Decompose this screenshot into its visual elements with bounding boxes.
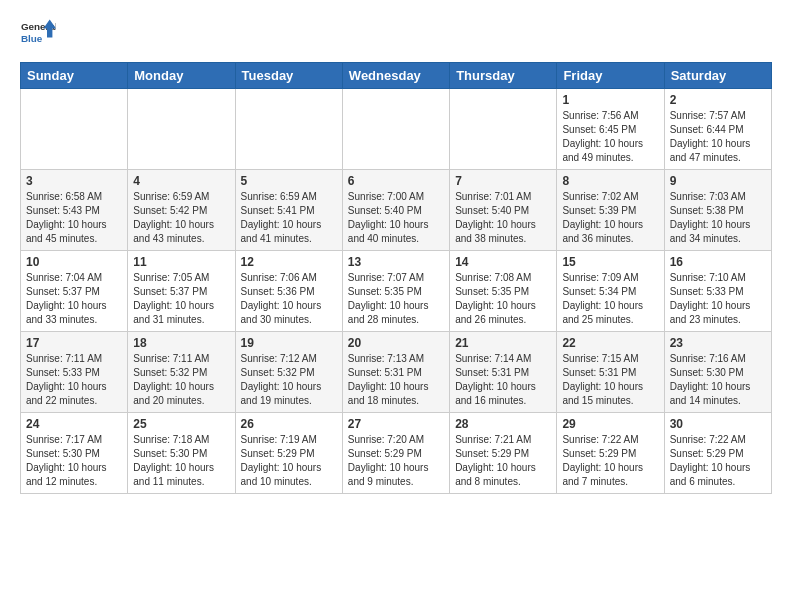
calendar-cell	[128, 89, 235, 170]
day-number: 21	[455, 336, 551, 350]
day-number: 30	[670, 417, 766, 431]
day-number: 29	[562, 417, 658, 431]
calendar-cell: 8Sunrise: 7:02 AM Sunset: 5:39 PM Daylig…	[557, 170, 664, 251]
calendar: SundayMondayTuesdayWednesdayThursdayFrid…	[20, 62, 772, 494]
day-info: Sunrise: 7:22 AM Sunset: 5:29 PM Dayligh…	[670, 433, 766, 489]
day-number: 15	[562, 255, 658, 269]
day-info: Sunrise: 6:59 AM Sunset: 5:42 PM Dayligh…	[133, 190, 229, 246]
day-number: 14	[455, 255, 551, 269]
calendar-cell	[450, 89, 557, 170]
day-info: Sunrise: 7:11 AM Sunset: 5:33 PM Dayligh…	[26, 352, 122, 408]
day-number: 28	[455, 417, 551, 431]
calendar-cell: 5Sunrise: 6:59 AM Sunset: 5:41 PM Daylig…	[235, 170, 342, 251]
day-info: Sunrise: 7:07 AM Sunset: 5:35 PM Dayligh…	[348, 271, 444, 327]
day-info: Sunrise: 7:19 AM Sunset: 5:29 PM Dayligh…	[241, 433, 337, 489]
day-number: 9	[670, 174, 766, 188]
day-number: 25	[133, 417, 229, 431]
weekday-header: Friday	[557, 63, 664, 89]
day-info: Sunrise: 7:06 AM Sunset: 5:36 PM Dayligh…	[241, 271, 337, 327]
calendar-cell: 26Sunrise: 7:19 AM Sunset: 5:29 PM Dayli…	[235, 413, 342, 494]
weekday-header: Wednesday	[342, 63, 449, 89]
day-info: Sunrise: 7:57 AM Sunset: 6:44 PM Dayligh…	[670, 109, 766, 165]
calendar-cell: 14Sunrise: 7:08 AM Sunset: 5:35 PM Dayli…	[450, 251, 557, 332]
day-info: Sunrise: 7:17 AM Sunset: 5:30 PM Dayligh…	[26, 433, 122, 489]
calendar-cell: 24Sunrise: 7:17 AM Sunset: 5:30 PM Dayli…	[21, 413, 128, 494]
page: General Blue SundayMondayTuesdayWednesda…	[0, 0, 792, 510]
day-info: Sunrise: 7:05 AM Sunset: 5:37 PM Dayligh…	[133, 271, 229, 327]
calendar-cell: 20Sunrise: 7:13 AM Sunset: 5:31 PM Dayli…	[342, 332, 449, 413]
calendar-cell: 7Sunrise: 7:01 AM Sunset: 5:40 PM Daylig…	[450, 170, 557, 251]
calendar-cell: 17Sunrise: 7:11 AM Sunset: 5:33 PM Dayli…	[21, 332, 128, 413]
calendar-cell: 13Sunrise: 7:07 AM Sunset: 5:35 PM Dayli…	[342, 251, 449, 332]
weekday-header: Saturday	[664, 63, 771, 89]
calendar-cell: 25Sunrise: 7:18 AM Sunset: 5:30 PM Dayli…	[128, 413, 235, 494]
day-info: Sunrise: 7:02 AM Sunset: 5:39 PM Dayligh…	[562, 190, 658, 246]
day-info: Sunrise: 7:01 AM Sunset: 5:40 PM Dayligh…	[455, 190, 551, 246]
day-info: Sunrise: 7:09 AM Sunset: 5:34 PM Dayligh…	[562, 271, 658, 327]
calendar-cell: 23Sunrise: 7:16 AM Sunset: 5:30 PM Dayli…	[664, 332, 771, 413]
logo: General Blue	[20, 16, 56, 52]
day-info: Sunrise: 6:59 AM Sunset: 5:41 PM Dayligh…	[241, 190, 337, 246]
day-info: Sunrise: 7:04 AM Sunset: 5:37 PM Dayligh…	[26, 271, 122, 327]
day-info: Sunrise: 7:12 AM Sunset: 5:32 PM Dayligh…	[241, 352, 337, 408]
day-number: 27	[348, 417, 444, 431]
weekday-header: Sunday	[21, 63, 128, 89]
calendar-cell: 19Sunrise: 7:12 AM Sunset: 5:32 PM Dayli…	[235, 332, 342, 413]
calendar-week-row: 24Sunrise: 7:17 AM Sunset: 5:30 PM Dayli…	[21, 413, 772, 494]
calendar-week-row: 10Sunrise: 7:04 AM Sunset: 5:37 PM Dayli…	[21, 251, 772, 332]
day-number: 19	[241, 336, 337, 350]
day-info: Sunrise: 6:58 AM Sunset: 5:43 PM Dayligh…	[26, 190, 122, 246]
day-info: Sunrise: 7:15 AM Sunset: 5:31 PM Dayligh…	[562, 352, 658, 408]
calendar-cell: 4Sunrise: 6:59 AM Sunset: 5:42 PM Daylig…	[128, 170, 235, 251]
day-info: Sunrise: 7:21 AM Sunset: 5:29 PM Dayligh…	[455, 433, 551, 489]
day-number: 23	[670, 336, 766, 350]
day-number: 3	[26, 174, 122, 188]
weekday-header: Monday	[128, 63, 235, 89]
calendar-cell	[21, 89, 128, 170]
day-number: 4	[133, 174, 229, 188]
day-number: 24	[26, 417, 122, 431]
weekday-header: Tuesday	[235, 63, 342, 89]
weekday-header: Thursday	[450, 63, 557, 89]
calendar-cell: 1Sunrise: 7:56 AM Sunset: 6:45 PM Daylig…	[557, 89, 664, 170]
calendar-cell	[235, 89, 342, 170]
calendar-cell: 29Sunrise: 7:22 AM Sunset: 5:29 PM Dayli…	[557, 413, 664, 494]
day-info: Sunrise: 7:16 AM Sunset: 5:30 PM Dayligh…	[670, 352, 766, 408]
calendar-cell: 18Sunrise: 7:11 AM Sunset: 5:32 PM Dayli…	[128, 332, 235, 413]
day-info: Sunrise: 7:08 AM Sunset: 5:35 PM Dayligh…	[455, 271, 551, 327]
calendar-week-row: 17Sunrise: 7:11 AM Sunset: 5:33 PM Dayli…	[21, 332, 772, 413]
svg-text:Blue: Blue	[21, 33, 43, 44]
day-info: Sunrise: 7:20 AM Sunset: 5:29 PM Dayligh…	[348, 433, 444, 489]
day-info: Sunrise: 7:13 AM Sunset: 5:31 PM Dayligh…	[348, 352, 444, 408]
day-info: Sunrise: 7:00 AM Sunset: 5:40 PM Dayligh…	[348, 190, 444, 246]
logo-icon: General Blue	[20, 16, 56, 52]
day-number: 11	[133, 255, 229, 269]
day-number: 22	[562, 336, 658, 350]
calendar-cell: 9Sunrise: 7:03 AM Sunset: 5:38 PM Daylig…	[664, 170, 771, 251]
calendar-cell: 3Sunrise: 6:58 AM Sunset: 5:43 PM Daylig…	[21, 170, 128, 251]
day-info: Sunrise: 7:22 AM Sunset: 5:29 PM Dayligh…	[562, 433, 658, 489]
calendar-week-row: 1Sunrise: 7:56 AM Sunset: 6:45 PM Daylig…	[21, 89, 772, 170]
calendar-cell: 27Sunrise: 7:20 AM Sunset: 5:29 PM Dayli…	[342, 413, 449, 494]
calendar-week-row: 3Sunrise: 6:58 AM Sunset: 5:43 PM Daylig…	[21, 170, 772, 251]
calendar-cell: 10Sunrise: 7:04 AM Sunset: 5:37 PM Dayli…	[21, 251, 128, 332]
calendar-cell: 2Sunrise: 7:57 AM Sunset: 6:44 PM Daylig…	[664, 89, 771, 170]
day-number: 17	[26, 336, 122, 350]
day-number: 16	[670, 255, 766, 269]
day-number: 5	[241, 174, 337, 188]
day-number: 12	[241, 255, 337, 269]
day-info: Sunrise: 7:11 AM Sunset: 5:32 PM Dayligh…	[133, 352, 229, 408]
calendar-header-row: SundayMondayTuesdayWednesdayThursdayFrid…	[21, 63, 772, 89]
calendar-cell	[342, 89, 449, 170]
day-number: 10	[26, 255, 122, 269]
calendar-cell: 16Sunrise: 7:10 AM Sunset: 5:33 PM Dayli…	[664, 251, 771, 332]
day-number: 1	[562, 93, 658, 107]
day-number: 13	[348, 255, 444, 269]
day-number: 18	[133, 336, 229, 350]
calendar-cell: 11Sunrise: 7:05 AM Sunset: 5:37 PM Dayli…	[128, 251, 235, 332]
calendar-cell: 28Sunrise: 7:21 AM Sunset: 5:29 PM Dayli…	[450, 413, 557, 494]
day-number: 20	[348, 336, 444, 350]
day-info: Sunrise: 7:14 AM Sunset: 5:31 PM Dayligh…	[455, 352, 551, 408]
day-number: 2	[670, 93, 766, 107]
day-info: Sunrise: 7:18 AM Sunset: 5:30 PM Dayligh…	[133, 433, 229, 489]
